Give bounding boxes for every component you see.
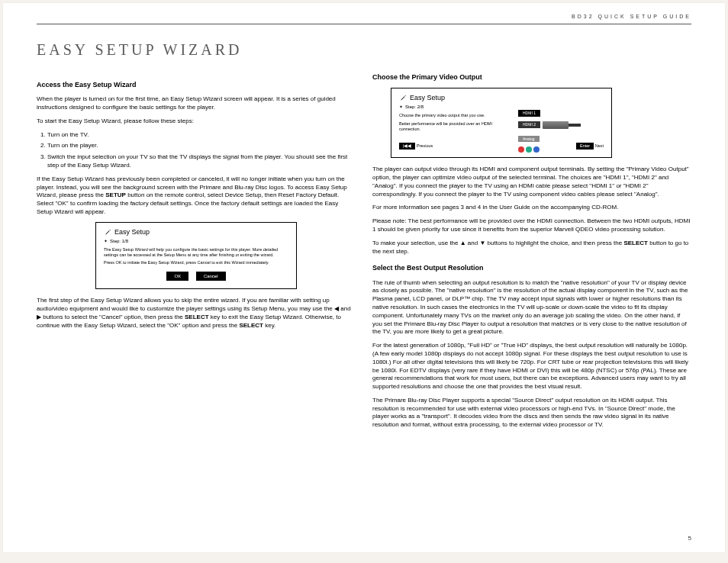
page: BD32 QUICK SETUP GUIDE Easy Setup Wizard… [3,3,725,552]
dialog-step: ✦ Step: 1/8 [104,238,288,244]
dialog-body: Choose the primary video output that you… [399,113,514,131]
option-analog[interactable]: Analog [518,136,602,144]
numbered-steps: Turn on the TV. Turn on the player. Swit… [47,131,356,170]
ok-button[interactable]: OK [166,272,188,281]
hdmi-plug-icon [543,121,569,129]
gear-icon: ✦ [399,104,403,110]
left-column: Access the Easy Setup Wizard When the pl… [37,72,356,435]
heading-access: Access the Easy Setup Wizard [37,80,356,89]
page-title: Easy Setup Wizard [37,41,691,59]
dialog-body: The Easy Setup Wizard will help you conf… [104,247,288,265]
step-item: Switch the input selection on your TV so… [47,153,356,170]
right-column: Choose the Primary Video Output Easy Set… [372,72,691,435]
dialog-title: Easy Setup [399,93,604,102]
nav-previous[interactable]: |◀◀ Previous [399,143,433,150]
dialog-step: ✦ Step: 2/8 [399,104,514,110]
para: The first step of the Easy Setup Wizard … [37,297,356,330]
gear-icon: ✦ [104,238,108,244]
step-item: Turn on the player. [47,142,356,150]
para: Please note: The best performance will b… [372,217,691,234]
component-plugs [518,146,602,153]
para: The player can output video through its … [372,166,691,198]
wrench-icon [104,228,111,236]
easy-setup-dialog-step2: Easy Setup ✦ Step: 2/8 Choose the primar… [391,88,612,158]
heading-resolution: Select the Best Output Resolution [372,263,691,272]
dialog-buttons: OK Cancel [104,272,288,281]
option-hdmi1[interactable]: HDMI 1 [518,110,602,118]
para: If the Easy Setup Wizard has previously … [37,175,356,217]
video-output-options: HDMI 1 HDMI 2 Analog [518,110,602,156]
cancel-button[interactable]: Cancel [196,272,226,281]
wrench-icon [399,94,407,101]
page-number: 5 [688,535,691,542]
para: To start the Easy Setup Wizard, please f… [37,117,356,126]
para: To make your selection, use the ▲ and ▼ … [372,240,691,256]
rca-icon [518,146,540,153]
prev-icon: |◀◀ [399,143,415,150]
para: The Primare Blu-ray Disc Player supports… [372,397,691,429]
document-header: BD32 QUICK SETUP GUIDE [37,14,691,24]
content-columns: Access the Easy Setup Wizard When the pl… [37,72,691,435]
heading-choose-output: Choose the Primary Video Output [372,72,691,82]
step-item: Turn on the TV. [47,131,356,140]
option-hdmi2[interactable]: HDMI 2 [518,121,602,130]
dialog-title: Easy Setup [104,227,288,236]
para: The rule of thumb when selecting an outp… [372,279,691,337]
easy-setup-dialog-step1: Easy Setup ✦ Step: 1/8 The Easy Setup Wi… [95,222,297,290]
para: When the player is turned on for the fir… [37,95,356,112]
para: For the latest generation of 1080p, "Ful… [372,342,691,391]
para: For more information see pages 3 and 4 i… [372,204,691,212]
